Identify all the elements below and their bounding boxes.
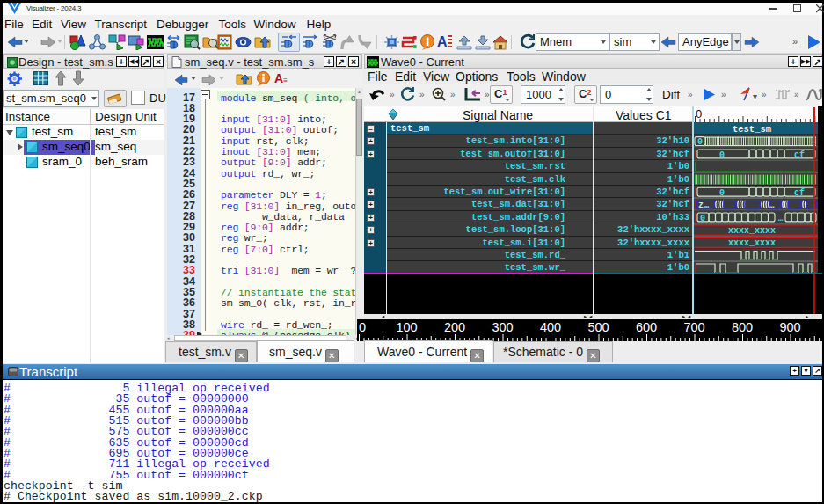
svg-text:700: 700 xyxy=(683,320,704,334)
svg-text:500: 500 xyxy=(587,320,609,334)
svg-text:…: … xyxy=(769,201,775,210)
svg-text:0: 0 xyxy=(697,137,703,147)
svg-text:600: 600 xyxy=(636,320,657,334)
svg-text:cf: cf xyxy=(794,188,805,198)
svg-text:z…: z… xyxy=(698,201,709,210)
svg-text:cf: cf xyxy=(794,150,805,160)
svg-text:200: 200 xyxy=(444,320,465,334)
svg-text:900: 900 xyxy=(779,320,800,334)
svg-text:xxxx_xxxx: xxxx_xxxx xyxy=(728,238,776,248)
svg-text:0: 0 xyxy=(700,214,705,223)
svg-text:0: 0 xyxy=(719,188,725,198)
svg-text:400: 400 xyxy=(540,320,561,334)
svg-text:300: 300 xyxy=(492,320,513,334)
svg-text:800: 800 xyxy=(732,320,753,334)
svg-text:test_sm: test_sm xyxy=(733,124,771,135)
svg-text:…: … xyxy=(778,215,784,223)
svg-text:0: 0 xyxy=(719,150,725,160)
svg-text:0: 0 xyxy=(359,320,366,334)
svg-text:xxxx_xxxx: xxxx_xxxx xyxy=(728,226,776,236)
svg-text:100: 100 xyxy=(396,320,417,334)
